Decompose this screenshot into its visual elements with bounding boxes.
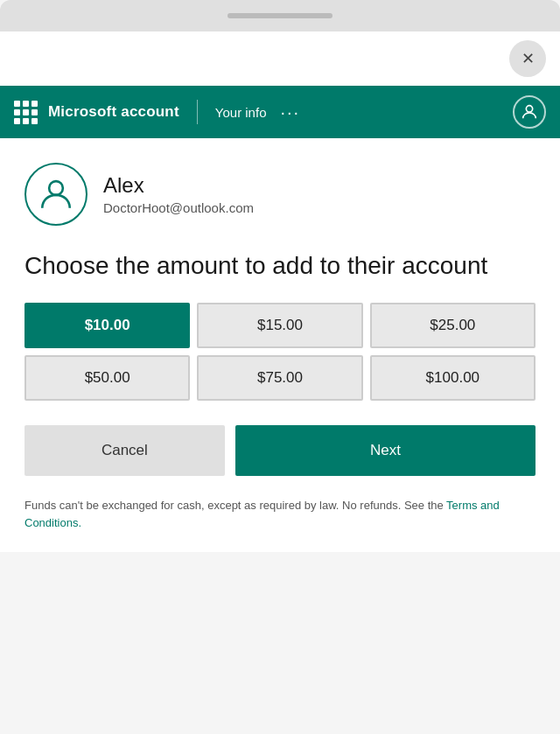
profile-avatar [24, 163, 88, 226]
nav-your-info[interactable]: Your info [215, 105, 267, 120]
disclaimer-text: Funds can't be exchanged for cash, excep… [24, 499, 446, 512]
nav-more-dots[interactable]: ··· [280, 102, 300, 122]
nav-avatar-button[interactable] [513, 95, 546, 129]
amount-button-2[interactable]: $25.00 [370, 303, 536, 348]
choose-heading: Choose the amount to add to their accoun… [24, 250, 536, 282]
disclaimer: Funds can't be exchanged for cash, excep… [24, 497, 536, 531]
apps-grid-icon[interactable] [14, 101, 38, 124]
amount-button-4[interactable]: $75.00 [197, 355, 362, 401]
navbar: Microsoft account Your info ··· [0, 86, 560, 138]
main-content: Alex DoctorHoot@outlook.com Choose the a… [0, 138, 560, 552]
profile-email: DoctorHoot@outlook.com [103, 200, 254, 215]
nav-title: Microsoft account [48, 103, 179, 121]
svg-point-0 [526, 106, 532, 112]
amount-button-0[interactable]: $10.00 [24, 303, 190, 348]
action-row: Cancel Next [24, 425, 536, 476]
amount-grid: $10.00$15.00$25.00$50.00$75.00$100.00 [24, 303, 536, 401]
profile-name: Alex [103, 173, 254, 199]
amount-button-5[interactable]: $100.00 [370, 355, 536, 401]
profile-row: Alex DoctorHoot@outlook.com [24, 163, 536, 226]
top-handle-area [0, 0, 560, 31]
svg-point-1 [49, 181, 63, 195]
cancel-button[interactable]: Cancel [24, 425, 225, 476]
handle-bar [228, 13, 332, 18]
profile-info: Alex DoctorHoot@outlook.com [103, 173, 254, 215]
nav-divider [197, 100, 198, 124]
close-btn-row: ✕ [0, 31, 560, 86]
close-button[interactable]: ✕ [509, 40, 546, 77]
next-button[interactable]: Next [235, 425, 536, 476]
amount-button-3[interactable]: $50.00 [24, 355, 190, 401]
amount-button-1[interactable]: $15.00 [197, 303, 362, 348]
